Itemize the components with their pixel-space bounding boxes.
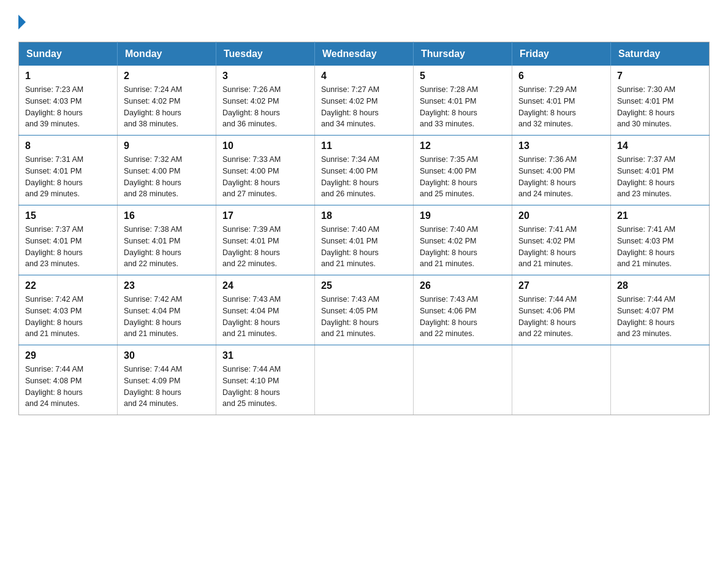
day-number: 13	[518, 140, 604, 151]
calendar-header-row: SundayMondayTuesdayWednesdayThursdayFrid…	[19, 42, 710, 66]
logo	[18, 12, 26, 29]
calendar-cell: 20 Sunrise: 7:41 AMSunset: 4:02 PMDaylig…	[512, 205, 611, 275]
day-info: Sunrise: 7:37 AMSunset: 4:01 PMDaylight:…	[25, 224, 111, 270]
day-info: Sunrise: 7:44 AMSunset: 4:08 PMDaylight:…	[25, 364, 111, 410]
day-number: 17	[222, 210, 308, 221]
week-row-3: 15 Sunrise: 7:37 AMSunset: 4:01 PMDaylig…	[19, 205, 710, 275]
day-info: Sunrise: 7:30 AMSunset: 4:01 PMDaylight:…	[617, 84, 703, 130]
day-number: 11	[321, 140, 407, 151]
day-number: 7	[617, 71, 703, 82]
day-info: Sunrise: 7:44 AMSunset: 4:10 PMDaylight:…	[222, 364, 308, 410]
day-number: 12	[420, 140, 506, 151]
day-info: Sunrise: 7:38 AMSunset: 4:01 PMDaylight:…	[124, 224, 210, 270]
day-number: 5	[420, 71, 506, 82]
day-info: Sunrise: 7:27 AMSunset: 4:02 PMDaylight:…	[321, 84, 407, 130]
day-info: Sunrise: 7:44 AMSunset: 4:07 PMDaylight:…	[617, 294, 703, 340]
day-info: Sunrise: 7:42 AMSunset: 4:04 PMDaylight:…	[124, 294, 210, 340]
calendar-cell: 18 Sunrise: 7:40 AMSunset: 4:01 PMDaylig…	[315, 205, 414, 275]
calendar-cell: 13 Sunrise: 7:36 AMSunset: 4:00 PMDaylig…	[512, 136, 611, 205]
page-header	[18, 12, 710, 29]
day-number: 9	[124, 140, 210, 151]
calendar-cell: 15 Sunrise: 7:37 AMSunset: 4:01 PMDaylig…	[19, 205, 118, 275]
day-number: 20	[518, 210, 604, 221]
calendar-cell	[315, 345, 414, 415]
day-info: Sunrise: 7:33 AMSunset: 4:00 PMDaylight:…	[222, 154, 308, 200]
day-number: 25	[321, 280, 407, 291]
day-number: 16	[124, 210, 210, 221]
day-info: Sunrise: 7:42 AMSunset: 4:03 PMDaylight:…	[25, 294, 111, 340]
calendar-cell: 27 Sunrise: 7:44 AMSunset: 4:06 PMDaylig…	[512, 275, 611, 345]
day-number: 10	[222, 140, 308, 151]
day-info: Sunrise: 7:43 AMSunset: 4:06 PMDaylight:…	[420, 294, 506, 340]
day-number: 30	[124, 350, 210, 361]
calendar-cell: 3 Sunrise: 7:26 AMSunset: 4:02 PMDayligh…	[216, 66, 315, 136]
calendar-cell: 31 Sunrise: 7:44 AMSunset: 4:10 PMDaylig…	[216, 345, 315, 415]
day-info: Sunrise: 7:39 AMSunset: 4:01 PMDaylight:…	[222, 224, 308, 270]
day-info: Sunrise: 7:40 AMSunset: 4:02 PMDaylight:…	[420, 224, 506, 270]
calendar-cell	[414, 345, 512, 415]
day-number: 19	[420, 210, 506, 221]
day-number: 22	[25, 280, 111, 291]
day-info: Sunrise: 7:29 AMSunset: 4:01 PMDaylight:…	[518, 84, 604, 130]
calendar-cell	[611, 345, 710, 415]
day-number: 26	[420, 280, 506, 291]
header-tuesday: Tuesday	[216, 42, 315, 66]
header-thursday: Thursday	[414, 42, 512, 66]
day-info: Sunrise: 7:31 AMSunset: 4:01 PMDaylight:…	[25, 154, 111, 200]
calendar-cell: 7 Sunrise: 7:30 AMSunset: 4:01 PMDayligh…	[611, 66, 710, 136]
header-sunday: Sunday	[19, 42, 118, 66]
day-info: Sunrise: 7:40 AMSunset: 4:01 PMDaylight:…	[321, 224, 407, 270]
day-info: Sunrise: 7:44 AMSunset: 4:06 PMDaylight:…	[518, 294, 604, 340]
calendar-cell: 22 Sunrise: 7:42 AMSunset: 4:03 PMDaylig…	[19, 275, 118, 345]
calendar-cell: 8 Sunrise: 7:31 AMSunset: 4:01 PMDayligh…	[19, 136, 118, 205]
calendar-cell: 29 Sunrise: 7:44 AMSunset: 4:08 PMDaylig…	[19, 345, 118, 415]
day-number: 1	[25, 71, 111, 82]
week-row-4: 22 Sunrise: 7:42 AMSunset: 4:03 PMDaylig…	[19, 275, 710, 345]
day-info: Sunrise: 7:37 AMSunset: 4:01 PMDaylight:…	[617, 154, 703, 200]
day-number: 2	[124, 71, 210, 82]
calendar-cell: 21 Sunrise: 7:41 AMSunset: 4:03 PMDaylig…	[611, 205, 710, 275]
header-wednesday: Wednesday	[315, 42, 414, 66]
day-info: Sunrise: 7:43 AMSunset: 4:05 PMDaylight:…	[321, 294, 407, 340]
day-info: Sunrise: 7:26 AMSunset: 4:02 PMDaylight:…	[222, 84, 308, 130]
day-number: 15	[25, 210, 111, 221]
logo-triangle-icon	[18, 15, 26, 29]
day-number: 6	[518, 71, 604, 82]
day-number: 3	[222, 71, 308, 82]
day-info: Sunrise: 7:34 AMSunset: 4:00 PMDaylight:…	[321, 154, 407, 200]
calendar-cell: 24 Sunrise: 7:43 AMSunset: 4:04 PMDaylig…	[216, 275, 315, 345]
calendar-cell: 11 Sunrise: 7:34 AMSunset: 4:00 PMDaylig…	[315, 136, 414, 205]
calendar-cell: 26 Sunrise: 7:43 AMSunset: 4:06 PMDaylig…	[414, 275, 512, 345]
day-info: Sunrise: 7:36 AMSunset: 4:00 PMDaylight:…	[518, 154, 604, 200]
calendar-cell: 28 Sunrise: 7:44 AMSunset: 4:07 PMDaylig…	[611, 275, 710, 345]
calendar-cell: 5 Sunrise: 7:28 AMSunset: 4:01 PMDayligh…	[414, 66, 512, 136]
week-row-2: 8 Sunrise: 7:31 AMSunset: 4:01 PMDayligh…	[19, 136, 710, 205]
day-number: 21	[617, 210, 703, 221]
day-info: Sunrise: 7:35 AMSunset: 4:00 PMDaylight:…	[420, 154, 506, 200]
calendar-cell: 1 Sunrise: 7:23 AMSunset: 4:03 PMDayligh…	[19, 66, 118, 136]
day-number: 4	[321, 71, 407, 82]
day-number: 24	[222, 280, 308, 291]
week-row-5: 29 Sunrise: 7:44 AMSunset: 4:08 PMDaylig…	[19, 345, 710, 415]
day-info: Sunrise: 7:41 AMSunset: 4:03 PMDaylight:…	[617, 224, 703, 270]
day-number: 8	[25, 140, 111, 151]
day-info: Sunrise: 7:24 AMSunset: 4:02 PMDaylight:…	[124, 84, 210, 130]
day-info: Sunrise: 7:28 AMSunset: 4:01 PMDaylight:…	[420, 84, 506, 130]
calendar-cell: 14 Sunrise: 7:37 AMSunset: 4:01 PMDaylig…	[611, 136, 710, 205]
day-number: 14	[617, 140, 703, 151]
day-info: Sunrise: 7:23 AMSunset: 4:03 PMDaylight:…	[25, 84, 111, 130]
calendar-cell: 23 Sunrise: 7:42 AMSunset: 4:04 PMDaylig…	[118, 275, 216, 345]
day-info: Sunrise: 7:32 AMSunset: 4:00 PMDaylight:…	[124, 154, 210, 200]
header-saturday: Saturday	[611, 42, 710, 66]
day-number: 29	[25, 350, 111, 361]
day-info: Sunrise: 7:41 AMSunset: 4:02 PMDaylight:…	[518, 224, 604, 270]
calendar-cell: 17 Sunrise: 7:39 AMSunset: 4:01 PMDaylig…	[216, 205, 315, 275]
calendar-cell: 2 Sunrise: 7:24 AMSunset: 4:02 PMDayligh…	[118, 66, 216, 136]
day-info: Sunrise: 7:43 AMSunset: 4:04 PMDaylight:…	[222, 294, 308, 340]
header-monday: Monday	[118, 42, 216, 66]
header-friday: Friday	[512, 42, 611, 66]
day-info: Sunrise: 7:44 AMSunset: 4:09 PMDaylight:…	[124, 364, 210, 410]
day-number: 27	[518, 280, 604, 291]
day-number: 23	[124, 280, 210, 291]
day-number: 31	[222, 350, 308, 361]
